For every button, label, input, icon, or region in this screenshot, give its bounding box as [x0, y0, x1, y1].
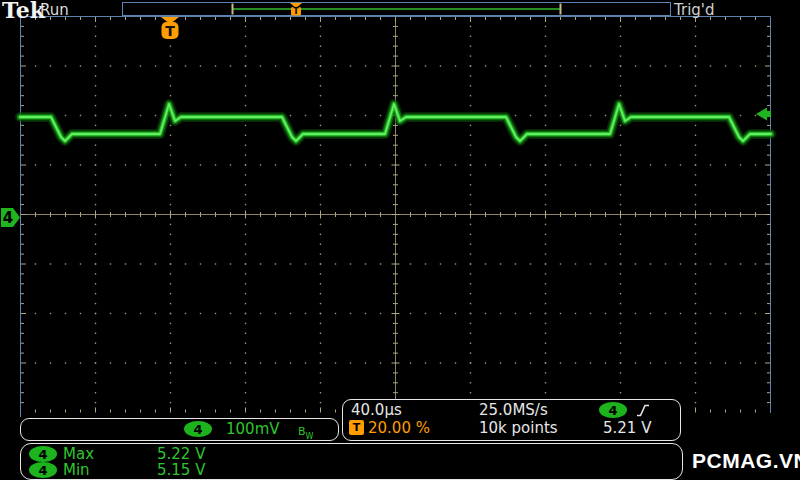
svg-text:T: T — [165, 23, 175, 39]
oscilloscope-screen: T T 4 Tek Run Trig'd 4 100mV BW — [0, 0, 800, 480]
measurements-box: 4 Max 5.22 V 4 Min 5.15 V — [20, 443, 683, 480]
channel-4-badge: 4 — [29, 462, 57, 478]
trigger-source-badge: 4 — [599, 402, 627, 418]
acquisition-bar: T — [123, 3, 671, 17]
pcmag-watermark: PCMAG.VN — [692, 449, 800, 473]
channel-4-position-marker: 4 — [1, 208, 20, 227]
trigger-position-readout: 20.00 % — [368, 419, 430, 437]
trigger-level-arrow — [756, 108, 771, 121]
channel-readout-box: 4 100mV BW — [20, 418, 339, 441]
graticule — [21, 17, 771, 418]
sample-rate-readout: 25.0MS/s — [479, 401, 548, 419]
channel-4-badge: 4 — [184, 421, 212, 437]
measurement-label: Min — [63, 461, 90, 479]
rising-edge-slope-icon — [635, 402, 651, 419]
tek-logo: Tek — [2, 0, 45, 23]
trigger-position-marker: T — [161, 17, 179, 39]
trigger-status: Trig'd — [674, 1, 714, 19]
trigger-level-readout: 5.21 V — [603, 419, 651, 437]
svg-text:4: 4 — [3, 209, 13, 227]
record-length-readout: 10k points — [479, 419, 558, 437]
acquisition-status: Run — [40, 1, 69, 19]
bandwidth-limit-indicator: BW — [298, 420, 313, 441]
channel-4-badge: 4 — [29, 446, 57, 462]
measurement-value: 5.15 V — [157, 461, 205, 479]
svg-text:T: T — [293, 7, 299, 16]
time-per-div-readout: 40.0µs — [351, 401, 402, 419]
trigger-position-icon: T — [349, 420, 364, 435]
vertical-scale-readout: 100mV — [226, 420, 280, 438]
horizontal-trigger-readout-box: 40.0µs 25.0MS/s 4 T 20.00 % 10k points 5… — [342, 399, 681, 441]
